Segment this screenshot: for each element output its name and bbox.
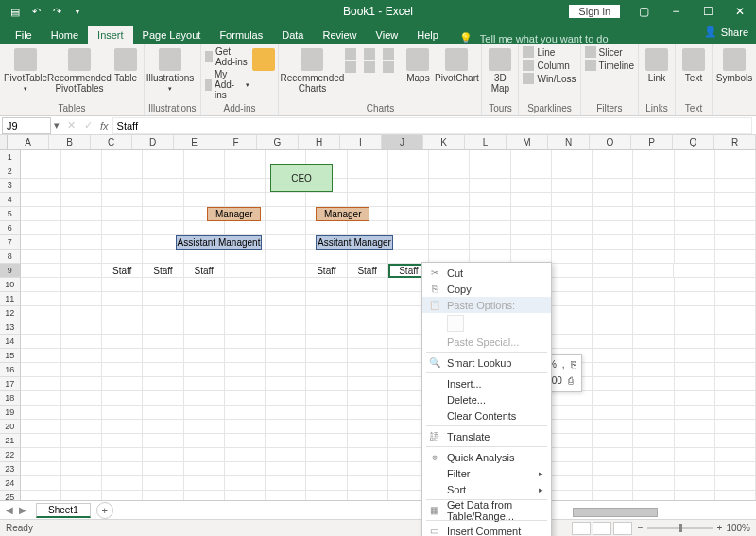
cell-P13[interactable]: [633, 320, 674, 335]
cell-H13[interactable]: [306, 320, 347, 335]
cell-H20[interactable]: [306, 420, 347, 434]
cell-E20[interactable]: [184, 420, 225, 434]
cell-F10[interactable]: [225, 278, 266, 292]
cell-E21[interactable]: [184, 434, 225, 448]
cell-F3[interactable]: [225, 179, 266, 193]
cell-C24[interactable]: [102, 476, 143, 491]
cell-Q22[interactable]: [675, 448, 715, 462]
cell-F18[interactable]: [225, 391, 266, 406]
cell-O11[interactable]: [593, 292, 633, 306]
cell-H9[interactable]: Staff: [306, 264, 347, 278]
pie-chart-icon[interactable]: [383, 48, 394, 60]
cell-H22[interactable]: [306, 448, 347, 462]
cell-K6[interactable]: [429, 221, 470, 235]
cell-D12[interactable]: [143, 306, 183, 320]
row-head-6[interactable]: 6: [0, 221, 21, 235]
col-head-R[interactable]: R: [714, 135, 756, 149]
cell-O22[interactable]: [593, 448, 633, 462]
cell-Q15[interactable]: [675, 349, 715, 363]
cell-C20[interactable]: [102, 420, 143, 434]
cell-O14[interactable]: [593, 335, 633, 349]
cell-P19[interactable]: [633, 406, 674, 420]
cell-F8[interactable]: [225, 250, 266, 264]
scatter-chart-icon[interactable]: [383, 61, 394, 73]
cell-D20[interactable]: [143, 420, 183, 434]
cell-E8[interactable]: [184, 250, 225, 264]
cell-O12[interactable]: [593, 306, 633, 320]
row-head-22[interactable]: 22: [0, 448, 21, 462]
cell-L4[interactable]: [470, 193, 510, 207]
cell-N6[interactable]: [552, 221, 593, 235]
cell-R24[interactable]: [715, 476, 756, 491]
cell-F1[interactable]: [225, 150, 266, 164]
cell-G10[interactable]: [266, 278, 306, 292]
cell-E4[interactable]: [184, 193, 225, 207]
select-all-corner[interactable]: [0, 135, 8, 149]
cell-O5[interactable]: [593, 207, 633, 221]
cell-assist-mgr-2[interactable]: Assitant Manager: [316, 235, 393, 250]
row-head-1[interactable]: 1: [0, 150, 21, 164]
cell-R18[interactable]: [715, 391, 756, 406]
cell-A1[interactable]: [21, 150, 61, 164]
cell-G6[interactable]: [266, 221, 306, 235]
cell-E17[interactable]: [184, 377, 225, 391]
cell-N2[interactable]: [552, 164, 593, 179]
cell-N1[interactable]: [552, 150, 593, 164]
cell-R20[interactable]: [715, 420, 756, 434]
row-head-12[interactable]: 12: [0, 306, 21, 320]
cell-C14[interactable]: [102, 335, 143, 349]
cell-D14[interactable]: [143, 335, 183, 349]
cell-H12[interactable]: [306, 306, 347, 320]
cell-G23[interactable]: [266, 462, 306, 476]
cell-B1[interactable]: [61, 150, 102, 164]
sheet-tab-sheet1[interactable]: Sheet1: [36, 503, 91, 518]
cell-L3[interactable]: [470, 179, 510, 193]
cell-N23[interactable]: [552, 462, 593, 476]
cell-P24[interactable]: [633, 476, 674, 491]
cell-C25[interactable]: [102, 491, 143, 500]
cell-Q16[interactable]: [675, 363, 715, 377]
h-scrollbar[interactable]: [573, 508, 752, 517]
ctx-clear[interactable]: Clear Contents: [422, 407, 551, 424]
cell-P22[interactable]: [633, 448, 674, 462]
cell-O9[interactable]: [593, 264, 633, 278]
cell-G13[interactable]: [266, 320, 306, 335]
cell-F12[interactable]: [225, 306, 266, 320]
cell-P7[interactable]: [633, 235, 674, 250]
cell-G5[interactable]: [266, 207, 306, 221]
cell-F24[interactable]: [225, 476, 266, 491]
cell-H21[interactable]: [306, 434, 347, 448]
cell-D5[interactable]: [143, 207, 183, 221]
tab-page-layout[interactable]: Page Layout: [133, 26, 211, 44]
cell-C6[interactable]: [102, 221, 143, 235]
cell-G18[interactable]: [266, 391, 306, 406]
cell-N13[interactable]: [552, 320, 593, 335]
cell-I11[interactable]: [348, 292, 388, 306]
cell-G25[interactable]: [266, 491, 306, 500]
cell-K7[interactable]: [429, 235, 470, 250]
col-head-P[interactable]: P: [631, 135, 673, 149]
cell-C5[interactable]: [102, 207, 143, 221]
cell-B16[interactable]: [61, 363, 102, 377]
cell-N4[interactable]: [552, 193, 593, 207]
cell-O4[interactable]: [593, 193, 633, 207]
cell-P3[interactable]: [633, 179, 674, 193]
pagelayout-view-icon[interactable]: [593, 522, 611, 535]
cell-N25[interactable]: [552, 491, 593, 500]
cell-C16[interactable]: [102, 363, 143, 377]
cell-G7[interactable]: [266, 235, 306, 250]
cell-B18[interactable]: [61, 391, 102, 406]
cell-D21[interactable]: [143, 434, 183, 448]
cell-E15[interactable]: [184, 349, 225, 363]
cell-I9[interactable]: Staff: [348, 264, 388, 278]
cell-N8[interactable]: [552, 250, 593, 264]
rec-pivot-button[interactable]: Recommended PivotTables: [51, 46, 108, 94]
cell-I1[interactable]: [348, 150, 388, 164]
ctx-quick-analysis[interactable]: ⎈Quick Analysis: [422, 449, 551, 465]
cell-M4[interactable]: [511, 193, 552, 207]
cell-N12[interactable]: [552, 306, 593, 320]
cell-I13[interactable]: [348, 320, 388, 335]
cell-B3[interactable]: [61, 179, 102, 193]
cell-O19[interactable]: [593, 406, 633, 420]
cell-E13[interactable]: [184, 320, 225, 335]
